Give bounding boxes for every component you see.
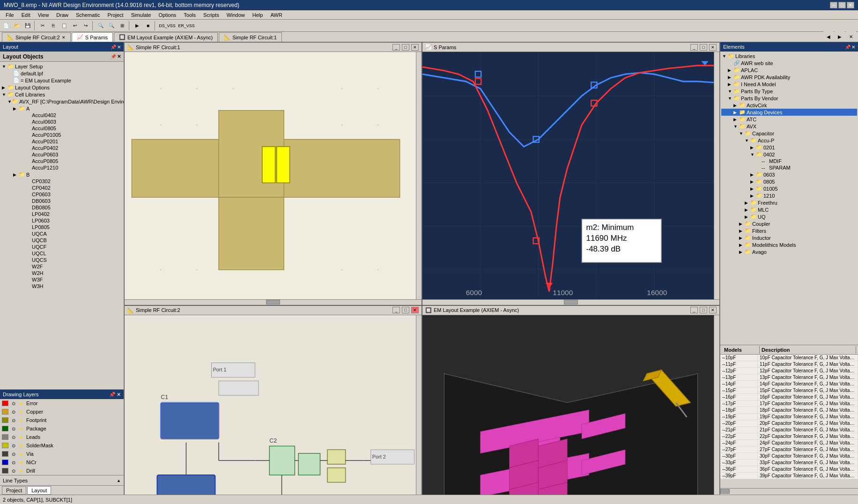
layer-row[interactable]: ⊙ ★ SolderMask [0, 441, 124, 450]
tree-item[interactable]: W2H [1, 270, 123, 276]
tree-item[interactable]: AccuI0805 [1, 125, 123, 132]
menu-window[interactable]: Window [223, 11, 249, 19]
tree-item[interactable]: ▼📁Layer Setup [1, 63, 123, 70]
right-panel-close[interactable]: ✕ [851, 44, 855, 50]
models-scrollbar[interactable] [720, 488, 858, 495]
tree-item[interactable]: 📄default.lpf [1, 70, 123, 77]
layer-visibility-toggle[interactable]: ⊙ [10, 442, 17, 449]
panel-pin-button[interactable]: 📌 [111, 44, 116, 50]
layers-pin[interactable]: 📌 [109, 392, 116, 398]
elements-tree-item[interactable]: ▼📁Parts By Type [721, 88, 857, 95]
canvas-body-rf2[interactable]: Port 1 [125, 315, 422, 495]
layer-select-toggle[interactable]: ★ [18, 425, 24, 432]
tree-item[interactable]: UQCL [1, 250, 123, 257]
win-minimize-rf1[interactable]: _ [392, 44, 400, 51]
layer-row[interactable]: ⊙ ★ Copper [0, 408, 124, 416]
cut-button[interactable]: ✂ [37, 21, 48, 31]
elements-tree-item[interactable]: ▶📁1210 [721, 192, 857, 199]
elements-tree-item[interactable]: ▶📁APLAC [721, 67, 857, 74]
tree-item[interactable]: AccuP0402 [1, 145, 123, 151]
model-row[interactable]: --33pF 33pF Capacitor Tolerance F, G, J … [720, 460, 858, 466]
elements-tree-item[interactable]: ▶📁0201 [721, 144, 857, 151]
tree-item[interactable]: AccuP0805 [1, 158, 123, 164]
layer-select-toggle[interactable]: ★ [18, 434, 24, 440]
menu-project[interactable]: Project [104, 11, 127, 19]
open-button[interactable]: 📂 [12, 21, 22, 31]
elements-tree-item[interactable]: ▶📁AWR PDK Availability [721, 74, 857, 81]
layer-select-toggle[interactable]: ★ [18, 451, 24, 457]
tree-item[interactable]: CP0402 [1, 185, 123, 191]
elements-tree-item[interactable]: --SPARAM [721, 164, 857, 171]
layer-select-toggle[interactable]: ★ [18, 417, 24, 423]
paste-button[interactable]: 📋 [59, 21, 69, 31]
elements-tree-item[interactable]: ▶📁Freethru [721, 199, 857, 206]
win-minimize-em[interactable]: _ [690, 307, 698, 313]
tree-item[interactable]: LP0603 [1, 217, 123, 224]
layer-visibility-toggle[interactable]: ⊙ [10, 434, 17, 440]
elements-tree[interactable]: ▼📁Libraries🔗AWR web site▶📁APLAC▶📁AWR PDK… [720, 52, 858, 345]
stop-button[interactable]: ■ [143, 21, 153, 31]
tree-item[interactable]: AccuP1210 [1, 164, 123, 171]
menu-draw[interactable]: Draw [52, 11, 72, 19]
er-vss-button[interactable]: ER_VSS [177, 21, 196, 31]
tab-nav-right[interactable]: ▶ [835, 31, 845, 42]
layer-row[interactable]: ⊙ ★ Footprint [0, 416, 124, 424]
tree-item[interactable]: UQCB [1, 237, 123, 244]
win-close-rf1[interactable]: ✕ [411, 44, 419, 51]
layer-row[interactable]: ⊙ ★ Via [0, 450, 124, 458]
layer-visibility-toggle[interactable]: ⊙ [10, 459, 17, 466]
layout-tree[interactable]: ▼📁Layer Setup 📄default.lpf 📄= EM Layout … [0, 62, 124, 389]
window-controls[interactable]: ─ □ ✕ [830, 2, 854, 8]
layer-visibility-toggle[interactable]: ⊙ [10, 425, 17, 432]
tab-sparams[interactable]: 📈 S Params [72, 32, 113, 42]
win-maximize-em[interactable]: □ [700, 307, 707, 313]
tab-close-simple-rf-2[interactable]: ✕ [62, 35, 66, 40]
model-row[interactable]: --12pF 12pF Capacitor Tolerance F, G, J … [720, 368, 858, 374]
ds-vss-button[interactable]: DS_VSS [158, 21, 177, 31]
model-row[interactable]: --39pF 39pF Capacitor Tolerance F, G, J … [720, 473, 858, 479]
tree-item[interactable]: DB0805 [1, 204, 123, 211]
layer-select-toggle[interactable]: ★ [18, 408, 24, 415]
elements-tree-item[interactable]: --MDIF [721, 158, 857, 164]
canvas-body-rf1[interactable] [125, 52, 422, 299]
tree-item[interactable]: AccuP0201 [1, 138, 123, 145]
undo-button[interactable]: ↩ [70, 21, 80, 31]
menu-schematic[interactable]: Schematic [72, 11, 104, 19]
elements-tree-item[interactable]: ▶📁Modelithics Models [721, 241, 857, 248]
layer-visibility-toggle[interactable]: ⊙ [10, 467, 17, 474]
model-row[interactable]: --14pF 14pF Capacitor Tolerance F, G, J … [720, 381, 858, 387]
hscroll-rf1[interactable] [125, 299, 422, 305]
tab-nav-left[interactable]: ◀ [823, 31, 834, 42]
elements-tree-item[interactable]: ▼📁AVX [721, 123, 857, 130]
menu-edit[interactable]: Edit [18, 11, 34, 19]
new-button[interactable]: 📄 [1, 21, 11, 31]
win-minimize-rf2[interactable]: _ [392, 307, 400, 313]
tree-item[interactable]: ▼📁AVX_RF [C:\ProgramData\AWR\Design Envi… [1, 98, 123, 105]
tree-item[interactable]: UQCS [1, 257, 123, 263]
vscroll-em[interactable] [714, 315, 719, 495]
drawing-layers-header[interactable]: Drawing Layers 📌 ✕ [0, 390, 124, 399]
canvas-body-em[interactable] [422, 315, 719, 495]
elements-tree-item[interactable]: ▶📁Inductor [721, 234, 857, 241]
save-button[interactable]: 💾 [22, 21, 33, 31]
layer-row[interactable]: ⊙ ★ Error [0, 399, 124, 408]
layer-select-toggle[interactable]: ★ [18, 459, 24, 466]
tab-close-all[interactable]: ✕ [846, 31, 856, 42]
win-close-sparams[interactable]: ✕ [709, 44, 717, 51]
canvas-body-sparams[interactable]: m2: Minimum 11690 MHz -48.39 dB 6000 110… [422, 52, 719, 299]
layer-row[interactable]: ⊙ ★ Drill [0, 467, 124, 475]
model-row[interactable]: --30pF 30pF Capacitor Tolerance F, G, J … [720, 453, 858, 460]
elements-tree-item[interactable]: ▼📁0402 [721, 151, 857, 158]
maximize-button[interactable]: □ [838, 2, 846, 8]
layer-visibility-toggle[interactable]: ⊙ [10, 417, 17, 423]
layer-row[interactable]: ⊙ ★ NiCr [0, 458, 124, 467]
win-close-rf2[interactable]: ✕ [411, 307, 419, 313]
menu-help[interactable]: Help [249, 11, 267, 19]
tree-item[interactable]: W3H [1, 283, 123, 289]
tree-item[interactable]: DB0603 [1, 198, 123, 204]
elements-tree-item[interactable]: ▶📁Analog Devices [721, 109, 857, 116]
tab-layout[interactable]: Layout [27, 486, 51, 495]
model-row[interactable]: --36pF 36pF Capacitor Tolerance F, G, J … [720, 466, 858, 473]
line-types-expand[interactable]: ▲ [117, 478, 121, 483]
tree-item[interactable]: ▶📁A [1, 105, 123, 112]
